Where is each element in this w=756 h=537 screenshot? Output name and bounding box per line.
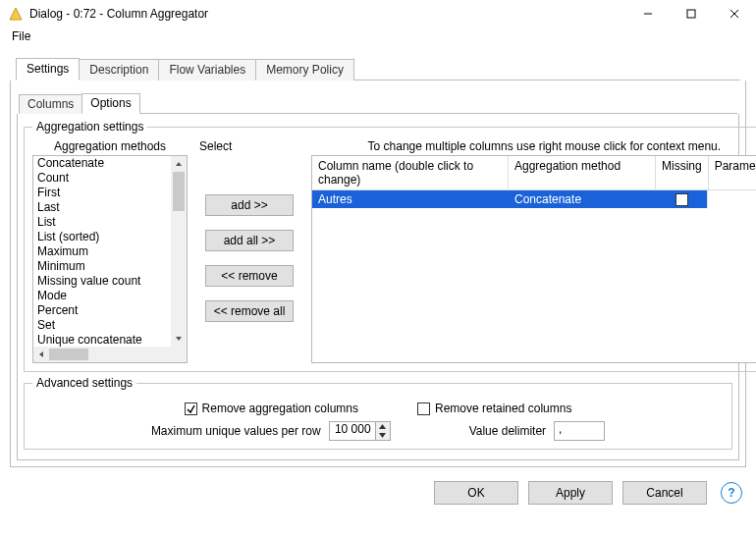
window-title: Dialog - 0:72 - Column Aggregator xyxy=(29,7,208,21)
scroll-thumb[interactable] xyxy=(173,172,185,211)
svg-marker-5 xyxy=(176,162,182,166)
menu-bar: File xyxy=(0,27,756,47)
dialog-footer: OK Apply Cancel ? xyxy=(0,471,756,514)
maximize-button[interactable] xyxy=(670,0,713,27)
th-missing[interactable]: Missing xyxy=(656,156,709,190)
list-item[interactable]: Last xyxy=(33,200,171,215)
svg-marker-10 xyxy=(379,433,386,438)
list-item[interactable]: Set xyxy=(33,318,171,333)
list-item[interactable]: Missing value count xyxy=(33,274,171,289)
value-delimiter-label: Value delimiter xyxy=(469,424,546,438)
vertical-scrollbar[interactable] xyxy=(171,156,187,347)
app-icon xyxy=(8,6,24,22)
hscroll-thumb[interactable] xyxy=(49,349,88,360)
main-tabs: Settings Description Flow Variables Memo… xyxy=(16,57,740,81)
th-parameter[interactable]: Parameter xyxy=(709,156,756,190)
th-column-name[interactable]: Column name (double click to change) xyxy=(312,156,509,190)
ok-button[interactable]: OK xyxy=(434,481,518,505)
tab-settings[interactable]: Settings xyxy=(16,58,80,81)
max-unique-input[interactable]: 10 000 xyxy=(329,421,376,441)
close-button[interactable] xyxy=(713,0,756,27)
missing-checkbox[interactable] xyxy=(675,193,688,206)
advanced-settings-group: Advanced settings Remove aggregation col… xyxy=(24,376,732,450)
horizontal-scrollbar[interactable] xyxy=(33,347,187,362)
scroll-up-icon[interactable] xyxy=(171,156,187,172)
aggregation-methods-list[interactable]: ConcatenateCountFirstLastListList (sorte… xyxy=(32,155,188,363)
table-row[interactable]: Autres Concatenate xyxy=(312,190,756,208)
scroll-corner xyxy=(171,347,187,362)
svg-marker-6 xyxy=(176,337,182,341)
add-button[interactable]: add >> xyxy=(205,194,295,216)
aggregation-settings-group: Aggregation settings Aggregation methods… xyxy=(24,120,756,372)
svg-marker-0 xyxy=(10,8,22,20)
settings-panel: Columns Options Aggregation settings Agg… xyxy=(10,81,746,467)
svg-marker-7 xyxy=(39,351,43,357)
menu-file[interactable]: File xyxy=(6,27,36,45)
tab-flow-variables[interactable]: Flow Variables xyxy=(158,59,256,81)
tab-options[interactable]: Options xyxy=(81,93,139,114)
add-all-button[interactable]: add all >> xyxy=(205,230,295,251)
tab-description[interactable]: Description xyxy=(79,59,159,81)
title-bar: Dialog - 0:72 - Column Aggregator xyxy=(0,0,756,27)
remove-button[interactable]: << remove xyxy=(205,265,295,287)
cell-missing[interactable] xyxy=(656,192,707,207)
max-unique-label: Maximum unique values per row xyxy=(151,424,321,438)
spinner-up-icon[interactable] xyxy=(376,422,390,431)
list-item[interactable]: Unique concatenate xyxy=(33,333,171,347)
cell-aggregation-method[interactable]: Concatenate xyxy=(509,191,656,207)
list-item[interactable]: Mode xyxy=(33,289,171,303)
aggregation-table[interactable]: Column name (double click to change) Agg… xyxy=(311,155,756,363)
list-item[interactable]: List xyxy=(33,215,171,230)
svg-rect-2 xyxy=(687,10,695,18)
help-icon: ? xyxy=(728,486,734,500)
list-item[interactable]: Minimum xyxy=(33,259,171,274)
list-item[interactable]: List (sorted) xyxy=(33,230,171,244)
list-item[interactable]: First xyxy=(33,186,171,200)
table-header: Column name (double click to change) Agg… xyxy=(312,156,756,190)
list-item[interactable]: Percent xyxy=(33,303,171,318)
remove-aggregation-columns-checkbox[interactable]: Remove aggregation columns xyxy=(185,402,358,415)
scroll-down-icon[interactable] xyxy=(171,331,187,347)
options-panel: Aggregation settings Aggregation methods… xyxy=(17,114,739,460)
list-item[interactable]: Count xyxy=(33,171,171,186)
cancel-button[interactable]: Cancel xyxy=(622,481,707,505)
table-hint: To change multiple columns use right mou… xyxy=(311,139,756,153)
value-delimiter-input[interactable]: , xyxy=(554,421,605,441)
list-item[interactable]: Maximum xyxy=(33,244,171,259)
svg-marker-9 xyxy=(379,424,386,429)
cell-parameter[interactable] xyxy=(707,190,756,208)
spinner-down-icon[interactable] xyxy=(376,431,390,440)
list-item[interactable]: Concatenate xyxy=(33,156,171,171)
remove-aggregation-columns-label: Remove aggregation columns xyxy=(202,402,358,415)
remove-retained-columns-label: Remove retained columns xyxy=(435,402,571,415)
remove-all-button[interactable]: << remove all xyxy=(205,300,295,322)
select-header: Select xyxy=(199,139,232,153)
checkbox-icon xyxy=(185,403,197,415)
scroll-left-icon[interactable] xyxy=(33,347,49,362)
cell-column-name[interactable]: Autres xyxy=(312,191,509,207)
checkbox-icon xyxy=(417,403,430,415)
minimize-button[interactable] xyxy=(626,0,670,27)
tab-columns[interactable]: Columns xyxy=(19,94,82,114)
th-aggregation-method[interactable]: Aggregation method xyxy=(509,156,656,190)
help-button[interactable]: ? xyxy=(721,482,742,504)
tab-memory-policy[interactable]: Memory Policy xyxy=(255,59,354,81)
apply-button[interactable]: Apply xyxy=(528,481,613,505)
inner-tabs: Columns Options xyxy=(19,92,737,114)
aggregation-methods-header: Aggregation methods xyxy=(32,139,188,153)
spinner[interactable] xyxy=(376,421,391,441)
advanced-settings-legend: Advanced settings xyxy=(32,376,136,390)
aggregation-settings-legend: Aggregation settings xyxy=(32,120,147,134)
remove-retained-columns-checkbox[interactable]: Remove retained columns xyxy=(417,402,571,415)
